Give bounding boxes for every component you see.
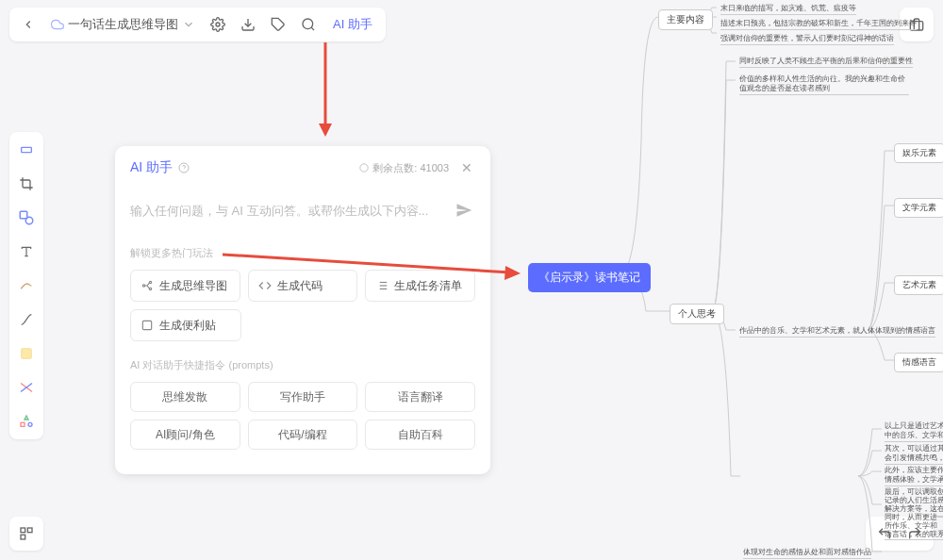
svg-rect-28 [142, 321, 151, 329]
chip-sticky[interactable]: 生成便利贴 [130, 309, 241, 341]
mindmap-branch-personal[interactable]: 个人思考 [670, 304, 724, 324]
chip-label: 生成便利贴 [159, 318, 216, 334]
svg-point-20 [142, 285, 144, 287]
ai-panel-title: AI 助手 [130, 159, 190, 176]
cloud-icon [51, 18, 64, 31]
prompt-wiki[interactable]: 自助百科 [365, 420, 475, 450]
tool-rect-icon[interactable] [14, 138, 39, 162]
svg-rect-6 [20, 211, 27, 219]
svg-rect-14 [21, 528, 25, 533]
mindmap-leaf[interactable]: 描述末日预兆，包括宗教的破坏和新生，千年王国的到来等 [720, 17, 917, 30]
doc-title-text: 一句话生成思维导图 [68, 16, 178, 33]
svg-rect-15 [27, 528, 32, 533]
svg-line-3 [311, 27, 314, 30]
svg-rect-5 [22, 147, 32, 152]
mindmap-side-label[interactable]: 情感语言 [894, 353, 943, 372]
settings-icon[interactable] [205, 11, 231, 38]
prompt-diverge[interactable]: 思维发散 [130, 382, 240, 412]
mindmap-side-label[interactable]: 文学元素 [894, 198, 943, 218]
tool-connection-icon[interactable] [14, 375, 39, 400]
mindmap-branch-main[interactable]: 主要内容 [658, 9, 713, 30]
tool-crop-icon[interactable] [14, 172, 39, 196]
points-remaining: 剩余点数: 41003 [359, 161, 449, 175]
document-title[interactable]: 一句话生成思维导图 [45, 16, 201, 33]
svg-marker-32 [505, 266, 521, 280]
tool-pen-icon[interactable] [14, 273, 39, 298]
mindmap-side-label[interactable]: 艺术元素 [894, 275, 943, 295]
tag-icon[interactable] [265, 11, 291, 38]
mindmap-icon [141, 279, 154, 292]
tool-text-icon[interactable] [14, 239, 39, 264]
svg-point-19 [360, 164, 368, 172]
tool-curve-icon[interactable] [14, 307, 39, 332]
ai-prompt-input[interactable] [130, 204, 453, 218]
side-toolbar [9, 132, 43, 439]
mindmap-leaf[interactable]: 其次，可以通过其他 会引发情感共鸣，这 [885, 443, 943, 465]
prompt-role[interactable]: AI顾问/角色 [130, 420, 240, 450]
svg-rect-11 [21, 422, 25, 426]
svg-marker-13 [25, 416, 28, 420]
close-panel-button[interactable]: ✕ [458, 159, 475, 176]
annotation-arrow-right [223, 247, 524, 285]
ai-assistant-panel: AI 助手 剩余点数: 41003 ✕ 解锁更多热门玩法 生成思维导图 生成代码 [115, 146, 490, 474]
svg-point-0 [216, 23, 220, 26]
tool-shapes-icon[interactable] [14, 409, 39, 434]
mindmap-leaf[interactable]: 最后，可以调取创作 记录的人们生活感 解决方案等，这在艺术 同时，从而更进一步地… [885, 486, 943, 540]
tool-sticky-icon[interactable] [14, 341, 39, 366]
layers-button[interactable] [9, 517, 43, 551]
share-icon[interactable] [235, 11, 261, 38]
svg-marker-30 [319, 124, 332, 137]
prompt-code[interactable]: 代码/编程 [248, 420, 358, 450]
svg-point-21 [149, 281, 151, 283]
send-button[interactable] [453, 199, 475, 222]
svg-point-12 [28, 422, 32, 426]
mindmap-root-node[interactable]: 《启示录》读书笔记 [528, 263, 651, 292]
ai-assistant-link[interactable]: AI 助手 [325, 16, 380, 33]
mindmap-canvas[interactable]: 《启示录》读书笔记 主要内容 个人思考 末日来临的描写，如灾难、饥荒、瘟疫等 描… [528, 0, 943, 560]
svg-line-31 [223, 255, 510, 272]
svg-point-7 [25, 217, 33, 224]
mindmap-leaf[interactable] [743, 469, 856, 471]
clock-icon [359, 163, 369, 173]
chevron-down-icon [182, 18, 195, 31]
annotation-arrow-down [311, 42, 339, 141]
note-icon [141, 319, 154, 332]
search-icon[interactable] [295, 11, 322, 38]
mindmap-leaf[interactable]: 此外，应该主要作品 情感体验，文学承托 [885, 465, 943, 486]
prompt-writing[interactable]: 写作助手 [248, 382, 358, 412]
svg-point-22 [149, 288, 151, 289]
chip-label: 生成思维导图 [159, 278, 227, 294]
mindmap-leaf[interactable]: 以上只是通过艺术的 中的音乐、文学和艺 [885, 420, 943, 442]
top-toolbar: 一句话生成思维导图 AI 助手 [9, 8, 386, 41]
tool-shape-icon[interactable] [14, 206, 39, 230]
svg-rect-16 [21, 535, 25, 539]
help-icon[interactable] [178, 162, 190, 173]
prompt-translate[interactable]: 语言翻译 [365, 382, 475, 412]
svg-rect-10 [22, 349, 32, 359]
mindmap-leaf[interactable]: 强调对信仰的重要性，警示人们要时刻记得神的话语 [720, 32, 894, 45]
mindmap-side-label[interactable]: 娱乐元素 [894, 143, 943, 163]
svg-point-2 [303, 19, 313, 29]
mindmap-leaf[interactable]: 同时反映了人类不顾生态平衡的后果和信仰的重要性 [739, 55, 913, 68]
mindmap-leaf[interactable]: 作品中的音乐、文学和艺术元素，就人体体现到的情感语言 [739, 324, 935, 338]
mindmap-leaf[interactable]: 价值的多样和人性生活的向往。我的兴趣和生命价值观念的是否是在读者感到 [739, 74, 909, 95]
mindmap-leaf[interactable]: 末日来临的描写，如灾难、饥荒、瘟疫等 [720, 2, 856, 15]
mindmap-leaf[interactable]: 体现对生命的感悟从处和面对感悟作品 [743, 547, 871, 559]
back-button[interactable] [15, 11, 41, 38]
prompts-label: AI 对话助手快捷指令 (prompts) [130, 358, 475, 372]
